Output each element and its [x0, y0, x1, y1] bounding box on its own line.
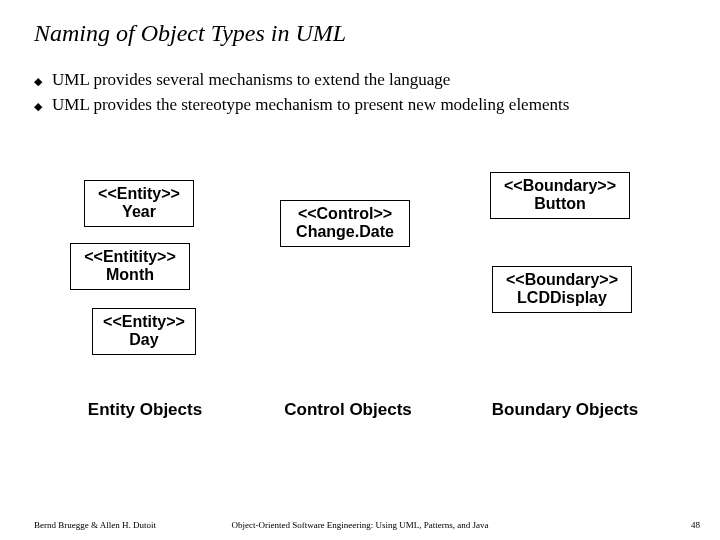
boundary-button-box: <<Boundary>> Button: [490, 172, 630, 219]
stereotype-label: <<Control>>: [287, 205, 403, 223]
control-changedate-box: <<Control>> Change.Date: [280, 200, 410, 247]
bullet-list: ◆ UML provides several mechanisms to ext…: [0, 47, 720, 117]
bullet-icon: ◆: [34, 99, 42, 114]
footer-title: Object-Oriented Software Engineering: Us…: [0, 520, 720, 530]
entity-column-label: Entity Objects: [70, 400, 220, 420]
bullet-icon: ◆: [34, 74, 42, 89]
class-name: Change.Date: [287, 223, 403, 241]
class-name: Button: [497, 195, 623, 213]
stereotype-label: <<Boundary>>: [499, 271, 625, 289]
stereotype-label: <<Boundary>>: [497, 177, 623, 195]
boundary-column-label: Boundary Objects: [480, 400, 650, 420]
bullet-text: UML provides several mechanisms to exten…: [52, 69, 450, 92]
stereotype-label: <<Entity>>: [91, 185, 187, 203]
list-item: ◆ UML provides several mechanisms to ext…: [34, 69, 720, 92]
stereotype-label: <<Entitity>>: [77, 248, 183, 266]
diagram-area: <<Entity>> Year <<Entitity>> Month <<Ent…: [0, 170, 720, 470]
page-title: Naming of Object Types in UML: [0, 0, 720, 47]
list-item: ◆ UML provides the stereotype mechanism …: [34, 94, 720, 117]
class-name: Day: [99, 331, 189, 349]
class-name: Year: [91, 203, 187, 221]
entity-year-box: <<Entity>> Year: [84, 180, 194, 227]
boundary-lcd-box: <<Boundary>> LCDDisplay: [492, 266, 632, 313]
class-name: LCDDisplay: [499, 289, 625, 307]
entity-month-box: <<Entitity>> Month: [70, 243, 190, 290]
stereotype-label: <<Entity>>: [99, 313, 189, 331]
page-number: 48: [691, 520, 700, 530]
class-name: Month: [77, 266, 183, 284]
control-column-label: Control Objects: [268, 400, 428, 420]
entity-day-box: <<Entity>> Day: [92, 308, 196, 355]
bullet-text: UML provides the stereotype mechanism to…: [52, 94, 569, 117]
